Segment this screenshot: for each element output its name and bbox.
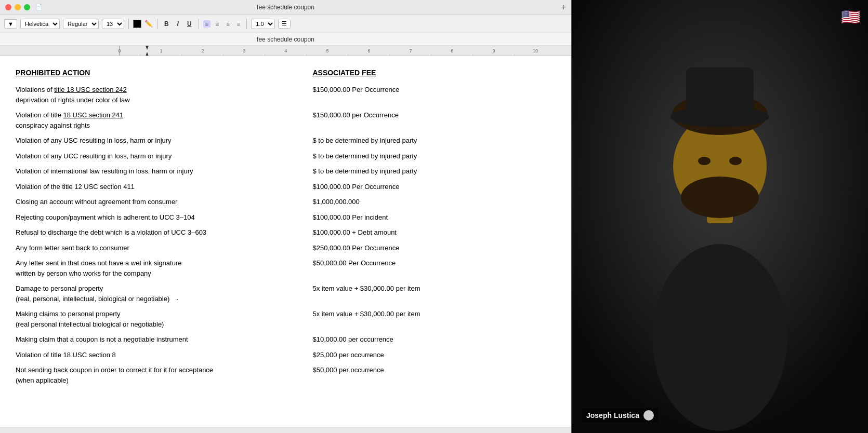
window-controls[interactable] <box>5 4 30 10</box>
style-dropdown[interactable]: ▼ <box>4 19 17 29</box>
divider-1 <box>128 19 129 29</box>
action-cell: Violation of international law resulting… <box>16 164 312 179</box>
action-cell: Violations of title 18 USC section 242 d… <box>16 82 312 107</box>
document-icon: 📄 <box>35 4 43 10</box>
table-row: Violation of the title 12 USC section 41… <box>16 179 556 195</box>
font-style-select[interactable]: Regular <box>63 19 99 29</box>
action-text-after: conspiracy against rights <box>16 121 90 129</box>
italic-button[interactable]: I <box>175 20 181 28</box>
action-cell: Rejecting coupon/payment which is adhere… <box>16 210 312 225</box>
table-row: Rejecting coupon/payment which is adhere… <box>16 210 556 225</box>
action-cell: Violation of any UCC resulting in loss, … <box>16 148 312 164</box>
col1-header: PROHIBITED ACTION <box>16 66 312 82</box>
action-cell: Violation of any USC resulting in loss, … <box>16 133 312 148</box>
bold-button[interactable]: B <box>162 20 172 28</box>
webcam-feed: 🇺🇸 Joseph Lustica <box>572 0 868 433</box>
horizontal-scrollbar[interactable] <box>0 427 571 433</box>
svg-text:3: 3 <box>243 48 245 53</box>
align-left-button[interactable]: ≡ <box>203 20 211 28</box>
svg-text:4: 4 <box>284 48 287 53</box>
table-row: Any letter sent in that does not have a … <box>16 255 556 281</box>
table-row: Violation of international law resulting… <box>16 164 556 179</box>
divider-2 <box>157 19 157 29</box>
align-center-button[interactable]: ≡ <box>214 20 221 28</box>
action-text-plain: Violation of title <box>16 111 63 119</box>
webcam-person-name: Joseph Lustica <box>586 411 639 420</box>
col2-header: ASSOCIATED FEE <box>312 66 556 82</box>
action-cell: Damage to personal property (real, perso… <box>16 281 312 306</box>
table-row: Violation of title 18 USC section 241 co… <box>16 107 556 133</box>
action-text-plain: Violations of <box>16 86 54 93</box>
fee-cell: $1,000,000.000 <box>312 194 556 210</box>
document-title: fee schedule coupon <box>257 36 314 43</box>
action-cell: Violation of title 18 USC section 8 <box>16 347 312 363</box>
svg-rect-35 <box>686 67 754 119</box>
divider-3 <box>199 19 199 29</box>
action-cell: Making claims to personal property (real… <box>16 306 312 332</box>
svg-text:7: 7 <box>409 48 412 53</box>
eyedropper-tool[interactable]: ✏️ <box>144 20 153 28</box>
color-swatch[interactable] <box>133 20 141 28</box>
style-label: ▼ <box>8 21 14 27</box>
action-text-underline: title 18 USC section 242 <box>54 86 126 93</box>
fee-cell: $ to be determined by injured party <box>312 164 556 179</box>
line-spacing-select[interactable]: 1.0 <box>251 19 275 29</box>
document-title-bar: fee schedule coupon <box>0 33 571 46</box>
svg-text:10: 10 <box>533 48 538 53</box>
svg-text:9: 9 <box>492 48 495 53</box>
fee-cell: $50,000 per occurrence <box>312 362 556 388</box>
close-button[interactable] <box>5 4 11 10</box>
svg-point-33 <box>729 157 742 165</box>
underline-button[interactable]: U <box>185 20 194 28</box>
webcam-label: Joseph Lustica <box>582 408 658 423</box>
action-cell: Closing an account without agreement fro… <box>16 194 312 210</box>
action-cell: Violation of the title 12 USC section 41… <box>16 179 312 195</box>
toolbar: ▼ Helvetica Regular 13 ✏️ B I U ≡ ≡ ≡ ≡ … <box>0 15 571 33</box>
action-cell: Violation of title 18 USC section 241 co… <box>16 107 312 133</box>
font-size-select[interactable]: 13 <box>102 19 124 29</box>
table-row: Closing an account without agreement fro… <box>16 194 556 210</box>
font-family-select[interactable]: Helvetica <box>20 19 60 29</box>
svg-point-27 <box>652 244 787 431</box>
fee-cell: $100,000.00 Per Occurrence <box>312 179 556 195</box>
document-content: PROHIBITED ACTION ASSOCIATED FEE Violati… <box>0 56 571 427</box>
list-button[interactable]: ☰ <box>278 19 291 29</box>
maximize-button[interactable] <box>24 4 30 10</box>
ruler: 0 1 2 3 4 5 6 7 8 9 10 <box>0 46 571 56</box>
svg-point-31 <box>681 177 759 218</box>
action-cell: Any form letter sent back to consumer <box>16 240 312 256</box>
table-row: Violation of any USC resulting in loss, … <box>16 133 556 148</box>
action-cell: Refusal to discharge the debt which is a… <box>16 225 312 240</box>
table-row: Any form letter sent back to consumer $2… <box>16 240 556 256</box>
fee-cell: $10,000.00 per occurrence <box>312 332 556 347</box>
fee-cell: $150,000.00 per Occurrence <box>312 107 556 133</box>
svg-point-32 <box>698 157 711 165</box>
minimize-button[interactable] <box>15 4 21 10</box>
svg-text:6: 6 <box>367 48 370 53</box>
fee-cell: $100,000.00 Per incident <box>312 210 556 225</box>
align-right-button[interactable]: ≡ <box>224 20 231 28</box>
table-row: Refusal to discharge the debt which is a… <box>16 225 556 240</box>
divider-4 <box>246 19 247 29</box>
svg-text:2: 2 <box>201 48 204 53</box>
action-cell: Any letter sent in that does not have a … <box>16 255 312 281</box>
fee-schedule-table: PROHIBITED ACTION ASSOCIATED FEE Violati… <box>16 66 556 388</box>
table-row: Violations of title 18 USC section 242 d… <box>16 82 556 107</box>
table-row: Making claims to personal property (real… <box>16 306 556 332</box>
fee-cell: $150,000.00 Per Occurrence <box>312 82 556 107</box>
fee-cell: $ to be determined by injured party <box>312 148 556 164</box>
align-justify-button[interactable]: ≡ <box>235 20 242 28</box>
svg-text:8: 8 <box>451 48 453 53</box>
fee-cell: 5x item value + $30,000.00 per item <box>312 281 556 306</box>
mic-indicator <box>643 410 654 421</box>
webcam-panel: 🇺🇸 Joseph Lustica <box>572 0 868 433</box>
table-row: Violation of title 18 USC section 8 $25,… <box>16 347 556 363</box>
title-bar: 📄 fee schedule coupon + <box>0 0 571 15</box>
action-text-after: deprivation of rights under color of law <box>16 96 130 104</box>
fee-cell: $250,000.00 Per Occurrence <box>312 240 556 256</box>
table-row: Damage to personal property (real, perso… <box>16 281 556 306</box>
fee-cell: 5x item value + $30,000.00 per item <box>312 306 556 332</box>
action-cell: Making claim that a coupon is not a nego… <box>16 332 312 347</box>
add-tab-button[interactable]: + <box>561 3 566 12</box>
action-cell: Not sending back coupon in order to corr… <box>16 362 312 388</box>
